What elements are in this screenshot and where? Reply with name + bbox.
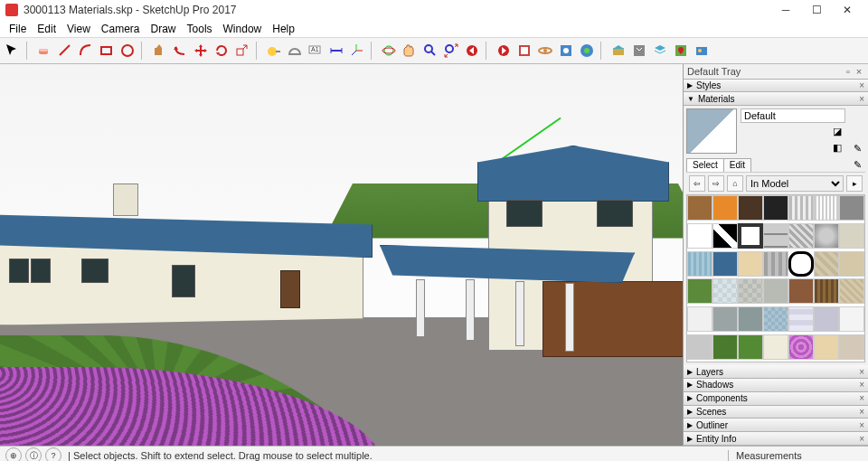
swatch-34[interactable] — [839, 306, 864, 332]
panel-shadows[interactable]: ▶Shadows× — [684, 379, 868, 392]
swatch-9[interactable] — [738, 223, 763, 249]
scale-icon[interactable] — [233, 42, 251, 60]
select-icon[interactable] — [4, 42, 22, 60]
swatch-30[interactable] — [738, 306, 763, 332]
zoom-icon[interactable] — [421, 42, 439, 60]
panel-styles[interactable]: ▶Styles× — [684, 80, 868, 93]
rectangle-icon[interactable] — [98, 42, 116, 60]
swatch-5[interactable] — [814, 195, 839, 221]
swatch-10[interactable] — [763, 223, 788, 249]
swatch-17[interactable] — [763, 251, 788, 277]
tab-select[interactable]: Select — [686, 158, 724, 172]
menu-camera[interactable]: Camera — [96, 21, 146, 37]
text-icon[interactable]: A1 — [307, 42, 325, 60]
pin-icon[interactable]: ▫ — [843, 66, 854, 77]
swatch-22[interactable] — [712, 278, 738, 304]
menu-tools[interactable]: Tools — [182, 21, 218, 37]
create-material-icon[interactable]: ◪ — [829, 125, 845, 138]
position-camera-icon[interactable] — [557, 42, 575, 60]
home-icon[interactable]: ⌂ — [727, 175, 743, 192]
move-icon[interactable] — [192, 42, 210, 60]
panel-outliner[interactable]: ▶Outliner× — [684, 419, 868, 432]
swatch-21[interactable] — [687, 278, 712, 304]
swatch-27[interactable] — [839, 278, 864, 304]
swatch-20[interactable] — [839, 251, 864, 277]
eraser-icon[interactable] — [35, 42, 53, 60]
swatch-32[interactable] — [788, 306, 814, 332]
tray-title[interactable]: Default Tray ▫ × — [684, 64, 868, 80]
tray-close-icon[interactable]: × — [854, 66, 864, 77]
extension-warehouse-icon[interactable] — [630, 42, 648, 60]
menu-file[interactable]: File — [4, 21, 32, 37]
nav-back-icon[interactable]: ⇦ — [689, 175, 705, 192]
pan-icon[interactable] — [401, 42, 419, 60]
swatch-2[interactable] — [738, 195, 763, 221]
nav-fwd-icon[interactable]: ⇨ — [708, 175, 724, 192]
tape-icon[interactable] — [265, 42, 283, 60]
swatch-33[interactable] — [814, 306, 839, 332]
swatch-18[interactable] — [788, 251, 814, 277]
swatch-25[interactable] — [788, 278, 814, 304]
arc-icon[interactable] — [77, 42, 95, 60]
material-library-select[interactable]: In Model — [746, 175, 844, 192]
swatch-14[interactable] — [687, 251, 712, 277]
axes-icon[interactable] — [348, 42, 366, 60]
menu-window[interactable]: Window — [218, 21, 268, 37]
dimension-icon[interactable] — [327, 42, 345, 60]
circle-icon[interactable] — [118, 42, 137, 60]
swatch-16[interactable] — [738, 251, 763, 277]
swatch-38[interactable] — [763, 334, 788, 360]
section-icon[interactable] — [515, 42, 533, 60]
menu-help[interactable]: Help — [267, 21, 300, 37]
swatch-28[interactable] — [687, 306, 712, 332]
set-default-icon[interactable]: ◧ — [829, 141, 845, 155]
swatch-8[interactable] — [712, 223, 738, 249]
walk-icon[interactable] — [536, 42, 554, 60]
swatch-4[interactable] — [788, 195, 814, 221]
swatch-19[interactable] — [814, 251, 839, 277]
swatch-11[interactable] — [788, 223, 814, 249]
swatch-3[interactable] — [763, 195, 788, 221]
menu-view[interactable]: View — [61, 21, 96, 37]
rotate-icon[interactable] — [212, 42, 231, 60]
swatch-0[interactable] — [687, 195, 712, 221]
swatch-26[interactable] — [814, 278, 839, 304]
swatch-13[interactable] — [839, 223, 864, 249]
panel-scenes[interactable]: ▶Scenes× — [684, 406, 868, 419]
minimize-button[interactable]: ─ — [770, 1, 801, 19]
tab-edit[interactable]: Edit — [723, 158, 751, 172]
next-view-icon[interactable] — [495, 42, 513, 60]
material-name-input[interactable] — [741, 108, 845, 123]
swatch-29[interactable] — [712, 306, 738, 332]
swatch-37[interactable] — [738, 334, 763, 360]
swatch-6[interactable] — [839, 195, 864, 221]
swatch-15[interactable] — [712, 251, 738, 277]
look-around-icon[interactable] — [578, 42, 596, 60]
close-button[interactable]: ✕ — [832, 1, 863, 19]
line-icon[interactable] — [56, 42, 74, 60]
help-icon[interactable]: ? — [45, 447, 61, 461]
geolocate-icon[interactable]: ⊕ — [5, 447, 22, 461]
swatch-12[interactable] — [814, 223, 839, 249]
swatch-36[interactable] — [712, 334, 738, 360]
protractor-icon[interactable] — [286, 42, 304, 60]
3d-warehouse-icon[interactable] — [609, 42, 627, 60]
panel-layers[interactable]: ▶Layers× — [684, 365, 868, 379]
swatch-23[interactable] — [738, 278, 763, 304]
maximize-button[interactable]: ☐ — [801, 1, 832, 19]
credits-icon[interactable]: ⓘ — [25, 447, 42, 461]
details-icon[interactable]: ▸ — [846, 175, 863, 192]
photo-textures-icon[interactable] — [693, 42, 711, 60]
swatch-41[interactable] — [839, 334, 864, 360]
swatch-24[interactable] — [763, 278, 788, 304]
menu-draw[interactable]: Draw — [146, 21, 182, 37]
swatch-39[interactable] — [788, 334, 814, 360]
material-preview[interactable] — [686, 108, 737, 154]
swatch-31[interactable] — [763, 306, 788, 332]
panel-materials[interactable]: ▼Materials× — [684, 92, 868, 106]
layers-icon[interactable] — [651, 42, 669, 60]
panel-components[interactable]: ▶Components× — [684, 392, 868, 406]
sample-paint-icon[interactable]: ✎ — [849, 158, 865, 172]
zoom-extents-icon[interactable] — [442, 42, 460, 60]
swatch-7[interactable] — [687, 223, 712, 249]
